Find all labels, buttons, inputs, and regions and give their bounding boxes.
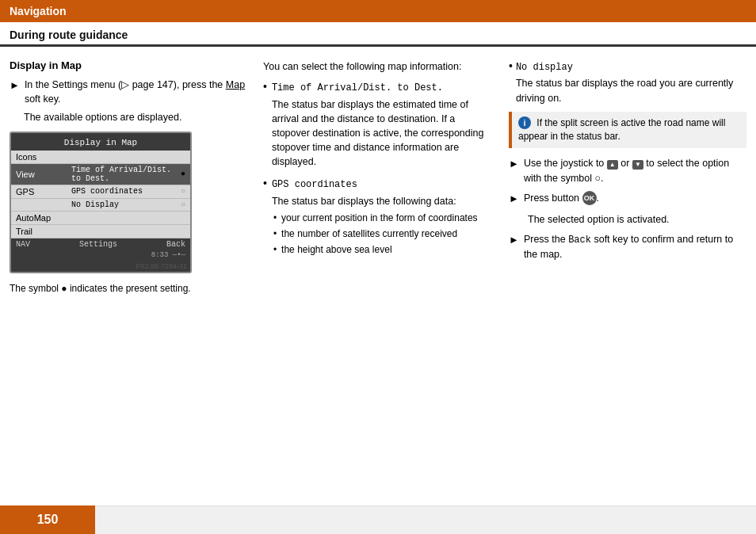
- left-column: Display in Map ► In the Settings menu (▷…: [10, 59, 247, 500]
- step1-arrow: ►: [10, 78, 20, 106]
- step-text-2: Press button OK.: [524, 191, 599, 207]
- sub-bullets: • your current position in the form of c…: [273, 212, 493, 257]
- bullet1-desc: The status bar displays the estimated ti…: [272, 97, 493, 170]
- step-text-1: Use the joystick to ▲ or ▼ to select the…: [524, 156, 746, 185]
- info-icon: i: [518, 116, 531, 129]
- screen-row-view: View Time of Arrival/Dist. to Dest. ●: [11, 164, 190, 185]
- row-radio-nodisplay: ○: [176, 200, 185, 209]
- sub-dot-1: •: [273, 212, 277, 225]
- section-title-bar: During route guidance: [0, 22, 756, 47]
- step-text-3: The selected option is activated.: [528, 212, 670, 227]
- header-bar: Navigation: [0, 0, 756, 22]
- step-arrow-1: ►: [509, 157, 519, 185]
- ok-button-icon: OK: [582, 191, 597, 205]
- bullet1-dot: •: [263, 80, 267, 169]
- step-text-4: Press the Back soft key to confirm and r…: [524, 232, 746, 262]
- row-label-view: View: [16, 170, 71, 179]
- main-content: Display in Map ► In the Settings menu (▷…: [0, 47, 756, 500]
- right-bullet-dot: •: [509, 59, 513, 105]
- sub-text-1: your current position in the form of coo…: [281, 212, 477, 225]
- info-box-text: If the split screen is active the road n…: [518, 117, 725, 142]
- info-box: i If the split screen is active the road…: [509, 112, 746, 149]
- row-value-view: Time of Arrival/Dist. to Dest.: [71, 166, 176, 183]
- sub-bullet-1: • your current position in the form of c…: [273, 212, 493, 225]
- step-indent: [509, 212, 523, 227]
- screen-row-icons: Icons: [11, 151, 190, 164]
- right-step-3-note: The selected option is activated.: [509, 212, 746, 227]
- bullet1-content: Time of Arrival/Dist. to Dest. The statu…: [272, 80, 493, 169]
- footer-bar: 150: [0, 505, 95, 534]
- right-desc: The status bar displays the road you are…: [516, 76, 746, 105]
- sub-text-2: the number of satellites currently recei…: [281, 227, 457, 241]
- up-arrow-btn: ▲: [607, 160, 618, 170]
- right-step-1: ► Use the joystick to ▲ or ▼ to select t…: [509, 156, 746, 185]
- right-step-4: ► Press the Back soft key to confirm and…: [509, 232, 746, 262]
- right-code: No display: [516, 62, 573, 73]
- screen-back-label: Back: [166, 240, 185, 249]
- screen-row-trail: Trail: [11, 225, 190, 238]
- row-value-nodisplay: No Display: [71, 200, 176, 209]
- sub-dot-3: •: [273, 243, 277, 257]
- middle-column: You can select the following map informa…: [263, 59, 493, 500]
- step1-text: In the Settings menu (▷ page 147), press…: [25, 78, 247, 106]
- page-number: 150: [37, 513, 59, 527]
- symbol-note: The symbol ● indicates the present setti…: [10, 281, 247, 296]
- bullet1-row: • Time of Arrival/Dist. to Dest. The sta…: [263, 80, 493, 169]
- screen-menu: Icons View Time of Arrival/Dist. to Dest…: [11, 151, 190, 238]
- row-label-gps: GPS: [16, 187, 71, 196]
- part-reference: P82.86-7294-31: [11, 261, 190, 272]
- header-title: Navigation: [10, 5, 67, 17]
- screen-row-automap: AutoMap: [11, 212, 190, 225]
- row-value-gps: GPS coordinates: [71, 187, 176, 196]
- bullet2-desc: The status bar displays the following da…: [272, 194, 493, 208]
- device-screen: Display in Map Icons View Time of Arriva…: [10, 132, 192, 273]
- bullet1-code: Time of Arrival/Dist. to Dest.: [272, 82, 443, 93]
- down-arrow-btn: ▼: [632, 160, 643, 170]
- available-text: The available options are displayed.: [24, 111, 247, 125]
- screen-time: 8:33 —•—: [151, 251, 185, 259]
- screen-title: Display in Map: [11, 136, 190, 151]
- screen-row-gps: GPS GPS coordinates ○: [11, 185, 190, 199]
- back-key: Back: [568, 235, 591, 246]
- right-bullet-nodisplay: • No display The status bar displays the…: [509, 59, 746, 105]
- map-key: Map: [226, 79, 245, 90]
- sub-bullet-2: • the number of satellites currently rec…: [273, 227, 493, 241]
- left-subheading: Display in Map: [10, 59, 247, 71]
- row-label-automap: AutoMap: [16, 213, 71, 223]
- right-step-2: ► Press button OK.: [509, 191, 746, 207]
- bullet-gps: • GPS coordinates The status bar display…: [263, 177, 493, 260]
- step-1: ► In the Settings menu (▷ page 147), pre…: [10, 78, 247, 106]
- screen-info-bar: 8:33 —•—: [11, 250, 190, 261]
- bullet2-code: GPS coordinates: [272, 179, 357, 190]
- bullet2-row: • GPS coordinates The status bar display…: [263, 177, 493, 260]
- screen-nav-label: NAV: [16, 240, 30, 249]
- row-label-trail: Trail: [16, 227, 71, 236]
- sub-dot-2: •: [273, 227, 277, 241]
- bullet-time-arrival: • Time of Arrival/Dist. to Dest. The sta…: [263, 80, 493, 169]
- section-title: During route guidance: [10, 29, 128, 41]
- step-arrow-2: ►: [509, 192, 519, 207]
- row-radio-view: ●: [176, 170, 185, 178]
- bullet2-content: GPS coordinates The status bar displays …: [272, 177, 493, 260]
- row-radio-gps: ○: [176, 187, 185, 196]
- sub-text-3: the height above sea level: [281, 243, 391, 257]
- footer-right: [95, 505, 756, 534]
- row-label-icons: Icons: [16, 152, 71, 162]
- screen-row-nodisplay: No Display ○: [11, 199, 190, 212]
- sub-bullet-3: • the height above sea level: [273, 243, 493, 257]
- bullet2-dot: •: [263, 177, 267, 260]
- screen-bottom-bar: NAV Settings Back: [11, 238, 190, 250]
- middle-intro: You can select the following map informa…: [263, 59, 493, 74]
- step-arrow-4: ►: [509, 233, 519, 262]
- screen-settings-label: Settings: [79, 240, 117, 249]
- right-bullet-content: No display The status bar displays the r…: [516, 59, 746, 105]
- right-column: • No display The status bar displays the…: [509, 59, 746, 500]
